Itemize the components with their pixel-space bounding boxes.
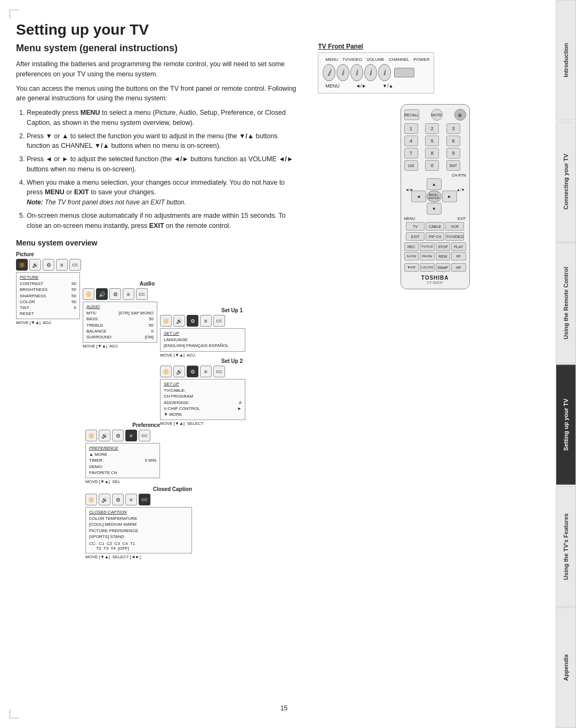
preference-label: Preference	[85, 422, 160, 428]
pref-icon-selected: ≡	[125, 430, 137, 441]
exit-button[interactable]: EXIT	[406, 232, 425, 241]
preference-screen: PREFERENCE ▲ MORE TIMER:0 MIN DEMO: FAVO…	[85, 443, 160, 478]
picture-icon-s1: 🔆	[160, 315, 172, 327]
btn-9[interactable]: 9	[446, 148, 460, 159]
sidebar-tab-remote[interactable]: Using the Remote Control	[556, 243, 576, 363]
power-button-panel[interactable]: ⅈ	[378, 64, 391, 81]
setup1-move-label: MOVE [▼▲] ADJ.	[160, 353, 245, 358]
two-column-layout: Menu system (general instructions) After…	[16, 43, 552, 534]
pref-icon-s2: ≡	[200, 366, 212, 377]
rec-button[interactable]: REC	[404, 242, 419, 251]
power-button[interactable]: ⏻	[454, 109, 466, 121]
audio-icon-s2: 🔊	[173, 366, 185, 377]
btn-100[interactable]: 100	[404, 160, 418, 171]
exit-btn-row: EXIT PIP CH TV/VIDEO	[404, 232, 466, 241]
remote-nav-area: ◄/► ▲ ◄ MENUENTER ► ▼ ▲/▼	[404, 178, 466, 215]
locate-button[interactable]: LOCATE	[420, 263, 435, 272]
cc-icon-s2: CC	[213, 366, 225, 377]
audio-icon-s1: 🔊	[173, 315, 185, 327]
cc-screen-title: CLOSED CAPTION	[89, 510, 188, 515]
closed-caption-column: Closed Caption 🔆 🔊 ⚙ ≡ CC CLOSED CAPTION…	[85, 486, 192, 559]
swap-button[interactable]: SWAP	[436, 263, 451, 272]
remote-container: RECALL MUTE ⏻ 1 2 3 4	[318, 104, 552, 289]
step-3: Press ◄ or ► to adjust the selected func…	[27, 154, 302, 175]
dpad-right[interactable]: ►	[442, 191, 457, 202]
slow-button[interactable]: SLOW	[404, 252, 419, 260]
btn-1[interactable]: 1	[404, 123, 418, 134]
sidebar-tab-features[interactable]: Using the TV's Features	[556, 486, 576, 607]
right-column: TV Front Panel MENU TV/VIDEO VOLUME CHAN…	[318, 43, 552, 534]
picture-icon-cc: 🔆	[85, 494, 97, 505]
btn-4[interactable]: 4	[404, 136, 418, 146]
btn-2[interactable]: 2	[425, 123, 439, 134]
nav-left-label: ◄/►	[405, 188, 414, 192]
main-content: Setting up your TV Menu system (general …	[16, 11, 552, 717]
tvvideo-btn[interactable]: TV/VIDEO	[445, 232, 464, 241]
remote-brand: TOSHIBA	[404, 275, 466, 281]
btn-6[interactable]: 6	[446, 136, 460, 146]
setup1-icon-p: ⚙	[43, 259, 54, 271]
btn-7[interactable]: 7	[404, 148, 418, 159]
hp-button[interactable]: HP	[451, 263, 466, 272]
ff-button[interactable]: FF	[451, 252, 466, 260]
sidebar-tabs: Introduction Connecting your TV Using th…	[556, 0, 576, 728]
pause-button[interactable]: PAUSE	[420, 252, 435, 260]
sidebar-tab-connecting[interactable]: Connecting your TV	[556, 122, 576, 242]
picture-label: Picture	[16, 251, 81, 257]
sidebar-tab-appendix[interactable]: Appendix	[556, 607, 576, 728]
menu-enter-btn[interactable]: MENUENTER	[427, 191, 442, 202]
dpad-down[interactable]: ▼	[427, 203, 442, 215]
pip-ch-down-btn[interactable]: ▼PIP	[404, 263, 419, 272]
pip-ch-btn[interactable]: PIP CH	[426, 232, 444, 241]
menu-exit-labels: MENU EXIT	[404, 217, 466, 220]
btn-0[interactable]: 0	[425, 160, 439, 171]
setup2-icons: 🔆 🔊 ⚙ ≡ CC	[160, 366, 245, 377]
cc-column-label: Closed Caption	[85, 486, 192, 492]
btn-ent[interactable]: ENT	[446, 160, 460, 171]
picture-icon-pref: 🔆	[85, 430, 97, 441]
tvvideo-button-panel[interactable]: ⅈ	[337, 64, 349, 81]
paragraph-2: You can access the menus using the butto…	[16, 84, 302, 104]
recall-button[interactable]: RECALL	[404, 109, 419, 120]
instructions-list: Repeatedly press MENU to select a menu (…	[27, 108, 302, 231]
sidebar-tab-setup[interactable]: Setting up your TV	[556, 365, 576, 485]
volume-button-panel[interactable]: ⅈ	[350, 64, 363, 81]
rew-button[interactable]: REW	[436, 252, 451, 260]
tv-panel-diagram: MENU TV/VIDEO VOLUME CHANNEL POWER ⅈ ⅈ ⅈ…	[318, 52, 434, 93]
picture-icon-a: 🔆	[83, 288, 94, 300]
dpad-empty-br	[442, 203, 457, 215]
overview-section: Menu system overview Picture 🔆 🔊 ⚙ ≡ CC	[16, 239, 302, 534]
page-number: 15	[281, 705, 287, 712]
pref-icon-cc: ≡	[125, 494, 137, 505]
dpad-up[interactable]: ▲	[427, 178, 442, 190]
sidebar-tab-introduction[interactable]: Introduction	[556, 0, 576, 121]
audio-icon-pref: 🔊	[99, 430, 110, 441]
vcr-btn[interactable]: VCR	[445, 222, 464, 231]
panel-arrows-row: MENU ◄/► ▼/▲	[323, 83, 429, 89]
step-4: When you make a menu selection, your cha…	[27, 178, 302, 208]
btn-3[interactable]: 3	[446, 123, 460, 134]
setup2-screen-title: SET UP	[164, 382, 242, 386]
setup2-screen: SET UP TV/CABLE: CH PROGRAM ADD/ERASE:A …	[160, 379, 245, 420]
paragraph-1: After installing the batteries and progr…	[16, 59, 302, 80]
picture-move-label: MOVE [▼▲] ADJ.	[16, 320, 81, 325]
remote-top-row: RECALL MUTE ⏻	[404, 109, 466, 121]
channel-button-panel[interactable]: ⅈ	[364, 64, 377, 81]
cc-icon-selected: CC	[139, 494, 150, 505]
audio-label: Audio	[83, 281, 157, 287]
play-button[interactable]: PLAY	[451, 242, 466, 251]
mute-button[interactable]: MUTE	[431, 109, 443, 121]
stop-button[interactable]: STOP	[436, 242, 451, 251]
btn-8[interactable]: 8	[425, 148, 439, 159]
btn-5[interactable]: 5	[425, 136, 439, 146]
dpad-left[interactable]: ◄	[411, 191, 426, 202]
cable-btn[interactable]: CABLE	[426, 222, 444, 231]
media-btns-row1: REC TV/VCR STOP PLAY	[404, 242, 466, 251]
tvvcr-button[interactable]: TV/VCR	[420, 242, 435, 251]
picture-icon-s2: 🔆	[160, 366, 172, 377]
panel-power-indicator	[394, 68, 414, 77]
ch-rtn-label: CH RTN	[404, 173, 466, 177]
panel-labels-row: MENU TV/VIDEO VOLUME CHANNEL POWER	[323, 57, 429, 62]
tv-btn[interactable]: TV	[406, 222, 425, 231]
menu-button-panel[interactable]: ⅈ	[323, 64, 335, 81]
